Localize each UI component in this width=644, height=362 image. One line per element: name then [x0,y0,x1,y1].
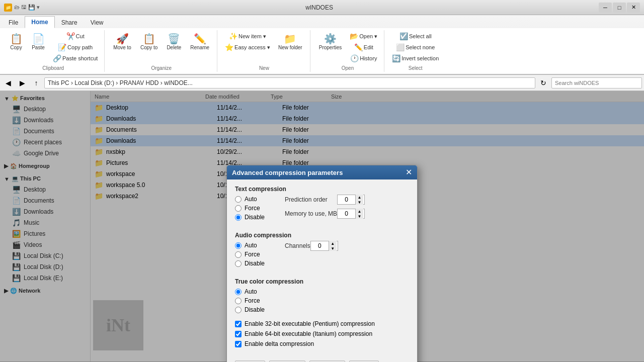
audio-force-radio[interactable] [235,251,242,258]
tab-share[interactable]: Share [55,17,84,28]
paste-shortcut-button[interactable]: 🔗 Paste shortcut [50,53,100,63]
channels-label: Channels [285,242,310,249]
channels-input[interactable] [311,242,329,249]
quick-access: 🗁 🖫 💾 ▾ [14,4,40,11]
prediction-order-up[interactable]: ▲ [356,195,363,200]
text-force-radio-label[interactable]: Force [235,205,265,212]
new-folder-button[interactable]: 📁 New folder [275,31,306,53]
text-disable-radio[interactable] [235,214,242,221]
truecolor-force-radio[interactable] [235,298,242,304]
properties-icon: ⚙️ [324,34,337,44]
audio-disable-label: Disable [245,260,265,267]
truecolor-auto-radio[interactable] [235,289,242,295]
audio-force-radio-label[interactable]: Force [235,251,265,258]
copy-button[interactable]: 📋 Copy [6,31,26,53]
copy-to-button[interactable]: 📋 Copy to [137,31,161,53]
tab-view[interactable]: View [84,17,110,28]
cut-button[interactable]: ✂️ Cut [50,31,100,41]
window-title: wINDOES [40,4,599,11]
history-button[interactable]: 🕐 History [347,53,380,63]
new-items: ✨ New item ▾ ⭐ Easy access ▾ 📁 New folde… [222,31,306,63]
maximize-button[interactable]: □ [613,3,626,13]
truecolor-disable-radio[interactable] [235,307,242,313]
text-auto-radio-label[interactable]: Auto [235,196,265,203]
ribbon-tabs: File Home Share View [0,15,644,28]
tab-file[interactable]: File [2,17,25,28]
truecolor-disable-radio-label[interactable]: Disable [235,306,409,313]
rename-button[interactable]: ✏️ Rename [187,31,213,53]
up-button[interactable]: ↑ [30,77,42,89]
memory-input[interactable] [338,210,355,217]
easy-access-button[interactable]: ⭐ Easy access ▾ [222,42,273,52]
truecolor-auto-radio-label[interactable]: Auto [235,288,409,295]
new-item-button[interactable]: ✨ New item ▾ [222,31,273,41]
select-label: Select [409,64,423,71]
truecolor-force-radio-label[interactable]: Force [235,297,409,304]
audio-compression-radios: Auto Force Disable [235,242,265,267]
checkbox-delta-label[interactable]: Enable delta compression [235,340,409,347]
channels-up[interactable]: ▲ [329,241,337,246]
organize-items: 🚀 Move to 📋 Copy to 🗑️ Delete ✏️ Rename [110,31,213,63]
text-disable-radio-label[interactable]: Disable [235,214,265,221]
prediction-order-row: Prediction order ▲ ▼ [285,195,365,205]
text-compression-radios: Auto Force Disable [235,196,265,221]
memory-row: Memory to use, MB ▲ ▼ [285,209,365,219]
audio-compression-params: Channels ▲ ▼ [285,241,338,271]
audio-auto-radio[interactable] [235,242,242,249]
invert-selection-button[interactable]: 🔄 Invert selection [389,53,441,63]
audio-disable-radio-label[interactable]: Disable [235,260,265,267]
open-button[interactable]: 📂 Open ▾ [347,31,380,41]
audio-auto-radio-label[interactable]: Auto [235,242,265,249]
delete-button[interactable]: 🗑️ Delete [163,31,185,53]
prediction-order-down[interactable]: ▼ [356,200,363,205]
back-button[interactable]: ◀ [2,77,14,89]
copy-path-button[interactable]: 📝 Copy path [50,42,100,52]
title-bar-left: 📁 🗁 🖫 💾 ▾ [4,4,40,12]
memory-up[interactable]: ▲ [356,209,363,214]
audio-disable-radio[interactable] [235,260,242,267]
refresh-button[interactable]: ↻ [537,77,549,89]
modal-close-button[interactable]: ✕ [406,168,412,176]
checkbox-delta[interactable] [235,341,242,347]
text-auto-label: Auto [245,196,257,203]
true-color-section: True color compression Auto Force Dis [235,278,409,313]
app-icon: 📁 [4,4,12,12]
checkbox-32bit[interactable] [235,321,242,327]
checkbox-64bit-label[interactable]: Enable 64-bit executable (Itanium) compr… [235,330,409,337]
properties-label: Properties [319,45,342,50]
text-auto-radio[interactable] [235,196,242,203]
tab-home[interactable]: Home [25,16,54,28]
move-to-button[interactable]: 🚀 Move to [110,31,135,53]
text-compression-title: Text compression [235,186,286,193]
paste-button[interactable]: 📄 Paste [28,31,48,53]
minimize-button[interactable]: ─ [599,3,612,13]
paste-shortcut-label: Paste shortcut [62,55,98,61]
copy-to-label: Copy to [140,45,157,50]
forward-button[interactable]: ▶ [16,77,28,89]
select-all-button[interactable]: ☑️ Select all [389,31,441,41]
text-disable-label: Disable [245,214,265,221]
channels-down[interactable]: ▼ [329,246,337,251]
prediction-order-input[interactable] [338,196,355,203]
breadcrumb[interactable]: This PC › Local Disk (D:) › PRANAV HDD ›… [44,77,535,88]
invert-selection-label: Invert selection [401,55,439,61]
properties-button[interactable]: ⚙️ Properties [315,31,346,53]
memory-label: Memory to use, MB [285,210,337,217]
modal-overlay: Advanced compression parameters ✕ Text c… [0,91,644,362]
delete-label: Delete [167,45,181,50]
window-controls: ─ □ ✕ [599,3,640,13]
text-force-radio[interactable] [235,205,242,212]
checkbox-32bit-label[interactable]: Enable 32-bit executable (Pentium) compr… [235,320,409,327]
close-button[interactable]: ✕ [627,3,640,13]
new-item-label: New item ▾ [238,33,266,40]
modal-title: Advanced compression parameters [232,169,343,176]
easy-access-icon: ⭐ [225,44,233,51]
memory-down[interactable]: ▼ [356,214,363,219]
edit-button[interactable]: ✏️ Edit [347,42,380,52]
modal-body: Text compression Auto Force [227,179,417,356]
memory-arrows: ▲ ▼ [355,209,363,219]
search-input[interactable] [551,77,642,88]
checkbox-64bit[interactable] [235,331,242,337]
select-none-button[interactable]: ⬜ Select none [389,42,441,52]
title-bar: 📁 🗁 🖫 💾 ▾ wINDOES ─ □ ✕ [0,0,644,15]
